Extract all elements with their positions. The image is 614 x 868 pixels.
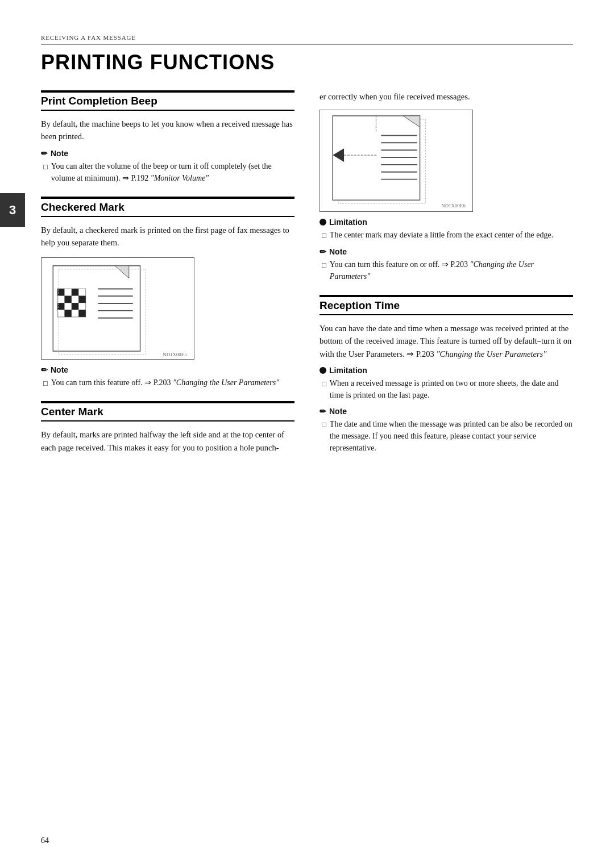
- pencil-icon: ✏: [41, 149, 48, 158]
- right-column: er correctly when you file received mess…: [320, 90, 573, 460]
- reception-time-body: You can have the date and time when a me…: [320, 322, 573, 360]
- limitation-label-cm: Limitation: [320, 218, 573, 227]
- note-item-rt: □ The date and time when the message was…: [322, 418, 573, 454]
- svg-rect-13: [78, 303, 85, 310]
- svg-text:ND1X00E6: ND1X00E6: [441, 203, 466, 209]
- page: RECEIVING A FAX MESSAGE PRINTING FUNCTIO…: [0, 0, 614, 868]
- limitation-item-rt: □ When a received message is printed on …: [322, 377, 573, 401]
- limitation-label-text-cm: Limitation: [329, 218, 367, 227]
- limitation-item-text-cm: The center mark may deviate a little fro…: [330, 229, 553, 241]
- note-label: ✏ Note: [41, 149, 294, 158]
- section-heading-reception-time: Reception Time: [320, 295, 573, 315]
- svg-rect-15: [65, 310, 72, 316]
- limitation-label-text-rt: Limitation: [329, 366, 367, 375]
- note-label-text-rt: Note: [329, 407, 347, 416]
- bullet-icon-cm: [320, 219, 326, 226]
- reception-time-limitation: Limitation □ When a received message is …: [320, 366, 573, 401]
- checkbox-icon-rt: □: [322, 419, 326, 431]
- checkbox-icon-cm2: □: [322, 260, 326, 271]
- checkered-mark-svg: ND1X00E5: [42, 258, 194, 359]
- note-label-text-cm: Note: [51, 365, 68, 374]
- note-item-text: You can alter the volume of the beep or …: [51, 160, 294, 184]
- svg-rect-17: [78, 310, 85, 316]
- note-item-cm2: □ You can turn this feature on or off. ⇒…: [322, 258, 573, 282]
- center-mark-limitation: Limitation □ The center mark may deviate…: [320, 218, 573, 241]
- note-label-cm: ✏ Note: [41, 365, 294, 374]
- checkbox-icon: □: [43, 161, 48, 173]
- note-label-rt: ✏ Note: [320, 407, 573, 416]
- limitation-item-cm: □ The center mark may deviate a little f…: [322, 229, 573, 241]
- note-item-text-cm2: You can turn this feature on or off. ⇒ P…: [330, 258, 573, 282]
- limitation-label-rt: Limitation: [320, 366, 573, 375]
- pencil-icon-cm2: ✏: [320, 247, 326, 256]
- svg-rect-11: [65, 303, 72, 310]
- center-mark-diagram: ND1X00E6: [320, 110, 473, 212]
- breadcrumb: RECEIVING A FAX MESSAGE: [41, 34, 573, 45]
- checkered-mark-note: ✏ Note □ You can turn this feature off. …: [41, 365, 294, 389]
- two-column-layout: Print Completion Beep By default, the ma…: [41, 90, 573, 460]
- limitation-item-text-rt: When a received message is printed on tw…: [330, 377, 573, 401]
- note-item-print-completion: □ You can alter the volume of the beep o…: [43, 160, 294, 184]
- svg-rect-8: [72, 296, 78, 303]
- svg-rect-7: [65, 296, 72, 303]
- checkbox-icon-lim-rt: □: [322, 378, 326, 390]
- center-mark-body-cont: er correctly when you file received mess…: [320, 90, 573, 103]
- chapter-number: 3: [9, 203, 16, 218]
- page-title: PRINTING FUNCTIONS: [41, 51, 573, 74]
- note-label-text: Note: [51, 149, 68, 158]
- note-label-text-cm2: Note: [329, 247, 347, 256]
- chapter-tab: 3: [0, 193, 25, 227]
- center-mark-svg: ND1X00E6: [320, 110, 472, 211]
- section-heading-print-completion-beep: Print Completion Beep: [41, 90, 294, 111]
- svg-rect-4: [72, 289, 78, 295]
- print-completion-beep-note: ✏ Note □ You can alter the volume of the…: [41, 149, 294, 184]
- checkbox-icon-lim-cm: □: [322, 230, 326, 241]
- svg-rect-16: [72, 310, 78, 316]
- checkered-mark-diagram: ND1X00E5: [41, 257, 194, 360]
- reception-time-note: ✏ Note □ The date and time when the mess…: [320, 407, 573, 454]
- center-mark-body: By default, marks are printed halfway th…: [41, 428, 294, 454]
- section-heading-checkered-mark: Checkered Mark: [41, 197, 294, 217]
- print-completion-beep-body: By default, the machine beeps to let you…: [41, 118, 294, 143]
- section-center-mark: Center Mark By default, marks are printe…: [41, 401, 294, 454]
- svg-rect-5: [78, 289, 85, 295]
- svg-rect-3: [65, 289, 72, 295]
- note-label-cm2: ✏ Note: [320, 247, 573, 256]
- svg-rect-12: [72, 303, 78, 310]
- checkered-mark-body: By default, a checkered mark is printed …: [41, 224, 294, 249]
- page-number: 64: [41, 836, 49, 845]
- svg-text:ND1X00E5: ND1X00E5: [163, 352, 187, 357]
- note-item-text-cm: You can turn this feature off. ⇒ P.203 "…: [51, 377, 279, 389]
- section-checkered-mark: Checkered Mark By default, a checkered m…: [41, 197, 294, 389]
- section-heading-center-mark: Center Mark: [41, 401, 294, 422]
- svg-rect-9: [78, 296, 85, 303]
- note-item-cm: □ You can turn this feature off. ⇒ P.203…: [43, 377, 294, 389]
- left-column: Print Completion Beep By default, the ma…: [41, 90, 294, 460]
- bullet-icon-rt: [320, 367, 326, 374]
- center-mark-note: ✏ Note □ You can turn this feature on or…: [320, 247, 573, 282]
- note-item-text-rt: The date and time when the message was p…: [330, 418, 573, 454]
- section-reception-time: Reception Time You can have the date and…: [320, 295, 573, 454]
- pencil-icon-cm: ✏: [41, 365, 48, 374]
- pencil-icon-rt: ✏: [320, 407, 326, 416]
- checkbox-icon-cm: □: [43, 378, 48, 389]
- section-print-completion-beep: Print Completion Beep By default, the ma…: [41, 90, 294, 184]
